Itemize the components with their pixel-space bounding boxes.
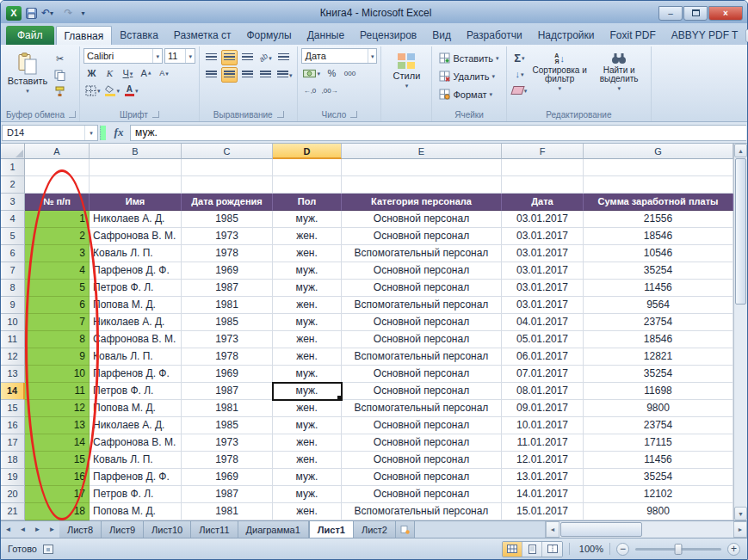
row-header-2[interactable]: 2 (1, 176, 25, 194)
ribbon-tab-Разработчи[interactable]: Разработчи (459, 26, 530, 45)
align-right-button[interactable] (239, 67, 256, 83)
cell-F19[interactable]: 13.01.2017 (502, 469, 584, 486)
column-header-C[interactable]: C (182, 144, 273, 159)
cell-E1[interactable] (342, 159, 502, 176)
cell-E14[interactable]: Основной персонал (342, 383, 502, 400)
row-header-20[interactable]: 20 (1, 486, 25, 503)
cut-button[interactable]: ✂ (52, 51, 68, 66)
cell-E17[interactable]: Основной персонал (342, 434, 502, 452)
decrease-indent-button[interactable] (257, 67, 274, 83)
row-header-11[interactable]: 11 (1, 331, 25, 348)
autosum-button[interactable]: Σ▾ (510, 50, 529, 65)
cell-C3[interactable]: Дата рождения (182, 194, 273, 211)
cell-B12[interactable]: Коваль Л. П. (90, 348, 182, 366)
cell-D14[interactable]: муж. (273, 383, 342, 400)
sheet-tab-Лист9[interactable]: Лист9 (102, 521, 144, 538)
cell-B14[interactable]: Петров Ф. Л. (90, 383, 182, 400)
ribbon-tab-Вид[interactable]: Вид (424, 26, 459, 45)
cell-G20[interactable]: 12102 (584, 486, 733, 503)
column-header-D[interactable]: D (273, 144, 342, 159)
sheet-tab-Диаграмма1[interactable]: Диаграмма1 (238, 521, 309, 538)
page-break-view-button[interactable] (542, 542, 562, 557)
comma-style-button[interactable]: 000 (342, 65, 358, 81)
restore-button[interactable] (683, 6, 708, 21)
cell-B21[interactable]: Попова М. Д. (90, 503, 182, 520)
close-button[interactable]: × (708, 6, 743, 21)
cell-G1[interactable] (584, 159, 733, 176)
cell-D20[interactable]: муж. (273, 486, 342, 503)
cell-B4[interactable]: Николаев А. Д. (90, 211, 182, 228)
cell-F3[interactable]: Дата (502, 194, 584, 211)
cell-E6[interactable]: Вспомогательный персонал (342, 245, 502, 262)
cell-C11[interactable]: 1973 (182, 331, 273, 348)
cell-B19[interactable]: Парфенов Д. Ф. (90, 469, 182, 486)
cell-E8[interactable]: Основной персонал (342, 280, 502, 297)
shrink-font-button[interactable]: А▾ (156, 65, 172, 81)
ribbon-tab-Надстройки[interactable]: Надстройки (530, 26, 603, 45)
cell-D18[interactable]: жен. (273, 452, 342, 469)
cell-D8[interactable]: муж. (273, 280, 342, 297)
row-header-3[interactable]: 3 (1, 194, 25, 211)
cell-B13[interactable]: Парфенов Д. Ф. (90, 366, 182, 383)
cell-A11[interactable]: 8 (25, 331, 90, 348)
cell-E3[interactable]: Категория персонала (342, 194, 502, 211)
ribbon-tab-Формулы[interactable]: Формулы (239, 26, 300, 45)
cell-G7[interactable]: 35254 (584, 262, 733, 280)
horizontal-scroll-thumb[interactable] (560, 522, 642, 537)
clear-button[interactable]: ▾ (510, 83, 529, 98)
cell-A16[interactable]: 13 (25, 417, 90, 434)
cell-G21[interactable]: 9800 (584, 503, 733, 520)
cell-E19[interactable]: Основной персонал (342, 469, 502, 486)
row-header-7[interactable]: 7 (1, 262, 25, 280)
cell-A4[interactable]: 1 (25, 211, 90, 228)
cell-D13[interactable]: муж. (273, 366, 342, 383)
cell-G9[interactable]: 9564 (584, 297, 733, 314)
styles-button[interactable]: Стили ▾ (385, 48, 428, 89)
redo-button[interactable]: ↷ (61, 5, 76, 21)
number-format-combo[interactable]: Дата▾ (301, 48, 377, 64)
sheet-tab-Лист1[interactable]: Лист1 (309, 521, 354, 538)
row-header-19[interactable]: 19 (1, 469, 25, 486)
undo-button[interactable]: ↶▾ (41, 5, 59, 21)
row-header-15[interactable]: 15 (1, 400, 25, 417)
cell-A8[interactable]: 5 (25, 280, 90, 297)
cell-F7[interactable]: 03.01.2017 (502, 262, 584, 280)
excel-logo-icon[interactable]: X (6, 6, 22, 21)
cell-A5[interactable]: 2 (25, 228, 90, 245)
cell-F8[interactable]: 03.01.2017 (502, 280, 584, 297)
cell-D17[interactable]: жен. (273, 434, 342, 452)
insert-sheet-button[interactable] (396, 521, 415, 538)
cell-G8[interactable]: 11456 (584, 280, 733, 297)
cell-C9[interactable]: 1981 (182, 297, 273, 314)
cell-B7[interactable]: Парфенов Д. Ф. (90, 262, 182, 280)
cell-E5[interactable]: Основной персонал (342, 228, 502, 245)
align-middle-button[interactable] (221, 50, 238, 65)
column-header-F[interactable]: F (502, 144, 584, 159)
cell-D11[interactable]: жен. (273, 331, 342, 348)
cell-G12[interactable]: 12821 (584, 348, 733, 366)
row-header-14[interactable]: 14 (1, 383, 25, 400)
zoom-in-button[interactable]: + (727, 543, 740, 556)
cell-D3[interactable]: Пол (273, 194, 342, 211)
cell-B15[interactable]: Попова М. Д. (90, 400, 182, 417)
sheet-tab-Лист8[interactable]: Лист8 (59, 521, 102, 538)
scroll-down-button[interactable]: ▼ (734, 507, 747, 520)
cell-B2[interactable] (90, 176, 182, 194)
cell-A18[interactable]: 15 (25, 452, 90, 469)
cell-A3[interactable]: № п/п (25, 194, 90, 211)
cell-F6[interactable]: 03.01.2017 (502, 245, 584, 262)
format-painter-button[interactable] (52, 83, 68, 99)
column-header-B[interactable]: B (90, 144, 182, 159)
cell-C21[interactable]: 1981 (182, 503, 273, 520)
cell-A9[interactable]: 6 (25, 297, 90, 314)
cell-E7[interactable]: Основной персонал (342, 262, 502, 280)
cell-C10[interactable]: 1985 (182, 314, 273, 331)
cell-D16[interactable]: муж. (273, 417, 342, 434)
grow-font-button[interactable]: А▾ (138, 65, 154, 81)
cell-E18[interactable]: Основной персонал (342, 452, 502, 469)
row-header-18[interactable]: 18 (1, 452, 25, 469)
qat-customize-button[interactable]: ▾ (78, 5, 93, 21)
borders-button[interactable]: ▾ (83, 83, 102, 98)
cell-A13[interactable]: 10 (25, 366, 90, 383)
cell-E20[interactable]: Основной персонал (342, 486, 502, 503)
